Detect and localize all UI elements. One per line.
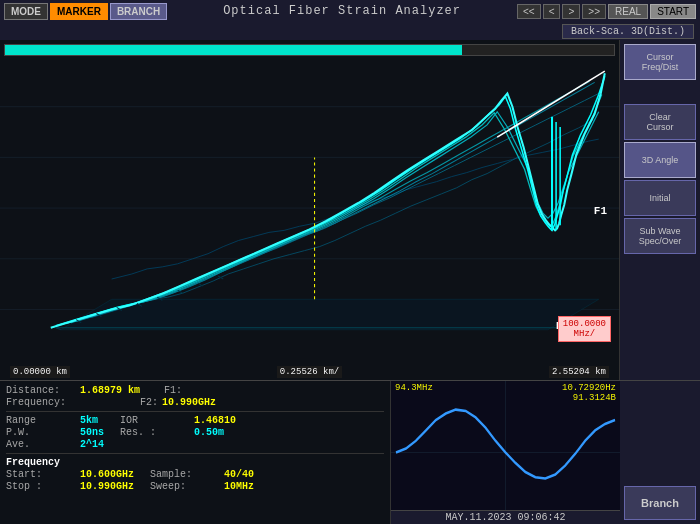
pw-label: P.W. (6, 427, 76, 438)
freq-value-line1: 100.0000 (563, 319, 606, 329)
mini-label-right-2: 91.3124B (562, 393, 616, 403)
ior-row: IOR 1.46810 (120, 415, 236, 426)
distance-row: Distance: 1.68979 km F1: (6, 385, 384, 396)
nav-next-button[interactable]: > (562, 4, 580, 19)
pw-row: P.W. 50ns (6, 427, 104, 438)
start-freq-row: Start: 10.600GHz (6, 469, 134, 480)
start-button[interactable]: START (650, 4, 696, 19)
branch-button-top[interactable]: BRANCH (110, 3, 167, 20)
datetime-display: MAY.11.2023 09:06:42 (391, 510, 620, 524)
sweep-value: 10MHz (224, 481, 254, 492)
frequency-section-title: Frequency (6, 457, 60, 468)
stop-freq-row: Stop : 10.990GHz (6, 481, 134, 492)
range-label: Range (6, 415, 76, 426)
distance-value: 1.68979 km (80, 385, 140, 396)
freq-section-label: Frequency (6, 457, 384, 468)
range-value: 5km (80, 415, 98, 426)
progress-bar-fill (5, 45, 462, 55)
sweep-row: Sweep: 10MHz (150, 481, 254, 492)
distance-label: Distance: (6, 385, 76, 396)
chart-3d-display (0, 56, 619, 350)
svg-marker-6 (61, 299, 599, 329)
initial-button[interactable]: Initial (624, 180, 696, 216)
axis-label-1: 0.25526 km/ (277, 366, 342, 378)
f1-marker-label: F1 (594, 205, 607, 217)
res-row: Res. : 0.50m (120, 427, 236, 438)
pw-value: 50ns (80, 427, 104, 438)
right-sidebar: Cursor Freq/Dist Clear Cursor 3D Angle I… (620, 40, 700, 380)
freq-col-right: Sample: 40/40 Sweep: 10MHz (150, 469, 254, 492)
mini-label-right-1: 10.72920Hz (562, 383, 616, 393)
app-container: MODE MARKER BRANCH Optical Fiber Strain … (0, 0, 700, 524)
start-freq-label: Start: (6, 469, 76, 480)
mini-chart-panel: 94.3MHz 10.72920Hz 91.3124B MAY.11.2023 … (390, 381, 620, 524)
sample-value: 40/40 (224, 469, 254, 480)
res-label: Res. : (120, 427, 190, 438)
second-bar: Back-Sca. 3D(Dist.) (0, 22, 700, 40)
mini-chart-labels: 94.3MHz 10.72920Hz 91.3124B (395, 383, 616, 403)
sample-row: Sample: 40/40 (150, 469, 254, 480)
mini-label-left: 94.3MHz (395, 383, 433, 403)
chart-area: 95.512dB 20.0 dB/ NORM (0, 40, 620, 380)
res-value: 0.50m (194, 427, 224, 438)
nav-next-next-button[interactable]: >> (582, 4, 606, 19)
freq-value-line2: MHz/ (563, 329, 606, 339)
f2-field-value: 10.990GHz (162, 397, 216, 408)
start-freq-value: 10.600GHz (80, 469, 134, 480)
stop-freq-value: 10.990GHz (80, 481, 134, 492)
cursor-freq-dist-button[interactable]: Cursor Freq/Dist (624, 44, 696, 80)
freq-col-left: Start: 10.600GHz Stop : 10.990GHz (6, 469, 134, 492)
nav-buttons: << < > >> REAL START (517, 4, 696, 19)
3d-angle-button[interactable]: 3D Angle (624, 142, 696, 178)
axis-label-2: 2.55204 km (549, 366, 609, 378)
axis-label-0: 0.00000 km (10, 366, 70, 378)
range-row: Range 5km (6, 415, 104, 426)
clear-cursor-button[interactable]: Clear Cursor (624, 104, 696, 140)
top-menu-bar: MODE MARKER BRANCH Optical Fiber Strain … (0, 0, 700, 22)
freq-value-box: 100.0000 MHz/ (558, 316, 611, 342)
progress-bar-container (4, 44, 615, 56)
info-divider-1 (6, 411, 384, 412)
freq-two-col: Start: 10.600GHz Stop : 10.990GHz Sample… (6, 469, 384, 492)
bottom-panel: Distance: 1.68979 km F1: Frequency: F2: … (0, 380, 700, 524)
marker-button[interactable]: MARKER (50, 3, 108, 20)
ave-row: Ave. 2^14 (6, 439, 104, 450)
mode-button[interactable]: MODE (4, 3, 48, 20)
app-title: Optical Fiber Strain Analyzer (169, 4, 515, 18)
sidebar-empty-slot (624, 82, 696, 102)
ave-value: 2^14 (80, 439, 104, 450)
info-divider-2 (6, 453, 384, 454)
frequency-label: Frequency: (6, 397, 76, 408)
axis-labels: 0.00000 km 0.25526 km/ 2.55204 km (0, 366, 619, 378)
nav-prev-button[interactable]: < (543, 4, 561, 19)
nav-prev-prev-button[interactable]: << (517, 4, 541, 19)
ior-value: 1.46810 (194, 415, 236, 426)
sample-label: Sample: (150, 469, 220, 480)
sweep-label: Sweep: (150, 481, 220, 492)
f2-field-label: F2: (140, 397, 158, 408)
col-right: IOR 1.46810 Res. : 0.50m (120, 415, 236, 450)
chart-svg (0, 56, 619, 350)
stop-freq-label: Stop : (6, 481, 76, 492)
branch-button-bottom[interactable]: Branch (624, 486, 696, 520)
recall-button[interactable]: REAL (608, 4, 648, 19)
col-left: Range 5km P.W. 50ns Ave. 2^14 (6, 415, 104, 450)
sub-wave-spec-button[interactable]: Sub Wave Spec/Over (624, 218, 696, 254)
main-content: 95.512dB 20.0 dB/ NORM (0, 40, 700, 380)
f1-field-label: F1: (164, 385, 182, 396)
specs-two-col: Range 5km P.W. 50ns Ave. 2^14 IOR (6, 415, 384, 450)
mini-label-right-group: 10.72920Hz 91.3124B (562, 383, 616, 403)
ave-label: Ave. (6, 439, 76, 450)
frequency-row: Frequency: F2: 10.990GHz (6, 397, 384, 408)
branch-btn-container: Branch (620, 381, 700, 524)
left-info-panel: Distance: 1.68979 km F1: Frequency: F2: … (0, 381, 390, 524)
back-sca-label: Back-Sca. 3D(Dist.) (562, 24, 694, 39)
ior-label: IOR (120, 415, 190, 426)
